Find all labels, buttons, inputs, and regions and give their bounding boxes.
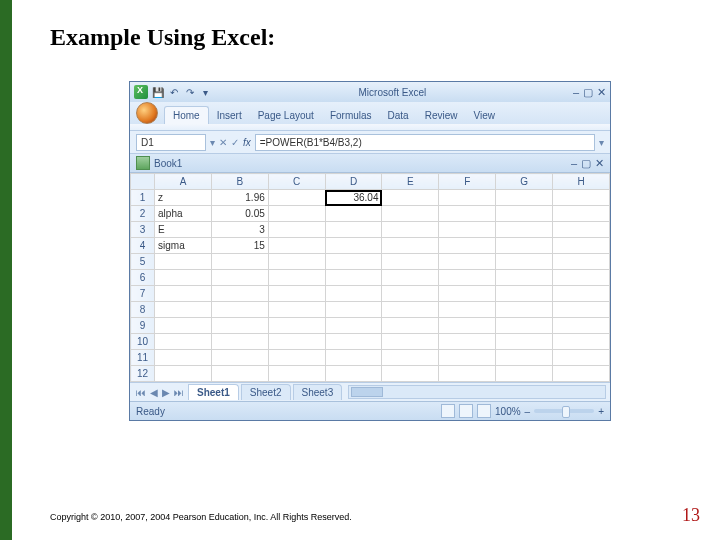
cell[interactable] (268, 302, 325, 318)
cell[interactable] (325, 238, 382, 254)
minimize-button[interactable]: – (573, 86, 579, 99)
cell[interactable] (496, 254, 553, 270)
cell[interactable] (211, 302, 268, 318)
cell[interactable] (211, 254, 268, 270)
cell[interactable] (325, 350, 382, 366)
cell[interactable] (553, 254, 610, 270)
fx-icon[interactable]: fx (243, 137, 251, 148)
restore-button[interactable]: ▢ (583, 86, 593, 99)
first-sheet-icon[interactable]: ⏮ (134, 387, 148, 398)
col-header-f[interactable]: F (439, 174, 496, 190)
cell[interactable] (155, 302, 212, 318)
cell[interactable] (496, 286, 553, 302)
horizontal-scrollbar[interactable] (348, 385, 606, 399)
cell[interactable] (382, 254, 439, 270)
col-header-g[interactable]: G (496, 174, 553, 190)
cell[interactable] (439, 222, 496, 238)
tab-formulas[interactable]: Formulas (322, 107, 380, 124)
view-normal-icon[interactable] (441, 404, 455, 418)
cell[interactable] (325, 302, 382, 318)
cell[interactable] (496, 350, 553, 366)
cell[interactable] (268, 254, 325, 270)
tab-insert[interactable]: Insert (209, 107, 250, 124)
spreadsheet-grid[interactable]: A B C D E F G H 1 z 1.96 36.04 (130, 173, 610, 382)
cell[interactable] (553, 206, 610, 222)
row-header-9[interactable]: 9 (131, 318, 155, 334)
cell[interactable] (553, 318, 610, 334)
cell[interactable] (325, 366, 382, 382)
row-header-1[interactable]: 1 (131, 190, 155, 206)
col-header-h[interactable]: H (553, 174, 610, 190)
cell[interactable] (553, 238, 610, 254)
prev-sheet-icon[interactable]: ◀ (148, 387, 160, 398)
active-cell[interactable]: 36.04 (325, 190, 382, 206)
cell[interactable] (382, 238, 439, 254)
cell[interactable] (382, 302, 439, 318)
cell[interactable] (439, 318, 496, 334)
cell[interactable] (496, 302, 553, 318)
cell[interactable] (439, 206, 496, 222)
cell[interactable] (268, 334, 325, 350)
cell[interactable] (496, 318, 553, 334)
cell[interactable] (439, 238, 496, 254)
row-header-10[interactable]: 10 (131, 334, 155, 350)
cell[interactable] (439, 286, 496, 302)
cell[interactable]: 3 (211, 222, 268, 238)
tab-review[interactable]: Review (417, 107, 466, 124)
sheet-tab-3[interactable]: Sheet3 (293, 384, 343, 400)
redo-icon[interactable]: ↷ (183, 86, 196, 99)
cell[interactable] (382, 190, 439, 206)
cell[interactable] (268, 270, 325, 286)
zoom-out-button[interactable]: – (525, 406, 531, 417)
undo-icon[interactable]: ↶ (167, 86, 180, 99)
next-sheet-icon[interactable]: ▶ (160, 387, 172, 398)
cell[interactable] (553, 366, 610, 382)
zoom-slider[interactable] (534, 409, 594, 413)
cell[interactable] (553, 350, 610, 366)
workbook-restore-button[interactable]: ▢ (581, 157, 591, 170)
cell[interactable] (268, 286, 325, 302)
cell[interactable] (325, 334, 382, 350)
cell[interactable]: 1.96 (211, 190, 268, 206)
tab-data[interactable]: Data (380, 107, 417, 124)
cell[interactable] (439, 190, 496, 206)
last-sheet-icon[interactable]: ⏭ (172, 387, 186, 398)
cell[interactable] (382, 366, 439, 382)
cell[interactable] (496, 366, 553, 382)
view-page-break-icon[interactable] (477, 404, 491, 418)
cell[interactable] (155, 318, 212, 334)
col-header-b[interactable]: B (211, 174, 268, 190)
cell[interactable] (155, 270, 212, 286)
cell[interactable]: alpha (155, 206, 212, 222)
cell[interactable] (496, 270, 553, 286)
close-button[interactable]: ✕ (597, 86, 606, 99)
cell[interactable] (553, 222, 610, 238)
tab-page-layout[interactable]: Page Layout (250, 107, 322, 124)
tab-view[interactable]: View (465, 107, 503, 124)
cell[interactable] (382, 206, 439, 222)
cell[interactable] (211, 334, 268, 350)
cell[interactable] (382, 318, 439, 334)
formulabar-expand-icon[interactable]: ▾ (599, 137, 604, 148)
cell[interactable] (439, 254, 496, 270)
cell[interactable] (325, 270, 382, 286)
cell[interactable] (268, 350, 325, 366)
cell[interactable]: E (155, 222, 212, 238)
formula-input[interactable]: =POWER(B1*B4/B3,2) (255, 134, 595, 151)
cell[interactable] (382, 350, 439, 366)
cell[interactable] (553, 190, 610, 206)
col-header-e[interactable]: E (382, 174, 439, 190)
cell[interactable] (211, 318, 268, 334)
cell[interactable] (382, 334, 439, 350)
cell[interactable] (325, 318, 382, 334)
enter-icon[interactable]: ✓ (231, 137, 239, 148)
cell[interactable] (268, 206, 325, 222)
view-page-layout-icon[interactable] (459, 404, 473, 418)
row-header-3[interactable]: 3 (131, 222, 155, 238)
col-header-d[interactable]: D (325, 174, 382, 190)
cell[interactable] (553, 334, 610, 350)
select-all-corner[interactable] (131, 174, 155, 190)
zoom-level[interactable]: 100% (495, 406, 521, 417)
col-header-c[interactable]: C (268, 174, 325, 190)
cell[interactable]: z (155, 190, 212, 206)
